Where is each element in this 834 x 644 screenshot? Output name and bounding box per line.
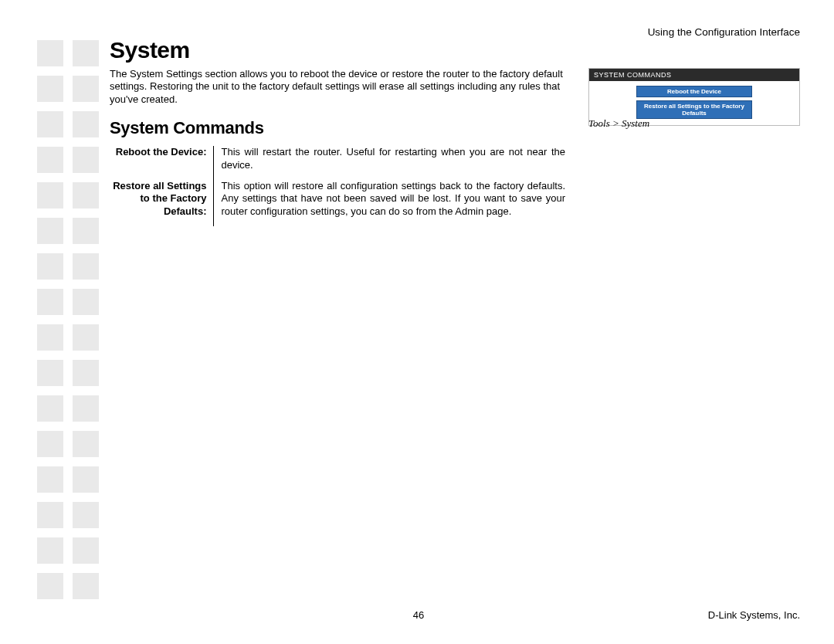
def-label-reboot: Reboot the Device: [110,146,213,180]
section-heading: System Commands [110,118,573,138]
def-desc-restore: This option will restore all configurati… [213,180,565,227]
thumb-caption: Tools > System [588,117,649,130]
header-section-label: Using the Configuration Interface [648,26,800,38]
intro-paragraph: The System Settings section allows you t… [110,68,573,106]
thumb-reboot-button: Reboot the Device [636,86,752,97]
thumb-restore-button: Restore all Settings to the Factory Defa… [636,100,752,119]
def-desc-reboot: This will restart the router. Useful for… [213,146,565,180]
page-title: System [110,37,573,63]
def-label-restore: Restore all Settings to the Factory Defa… [110,180,213,227]
footer: 46 D-Link Systems, Inc. [37,609,800,621]
thumb-header: SYSTEM COMMANDS [589,69,799,81]
definitions-table: Reboot the Device: This will restart the… [110,146,565,226]
page-number: 46 [37,609,800,621]
decorative-squares [37,40,99,608]
